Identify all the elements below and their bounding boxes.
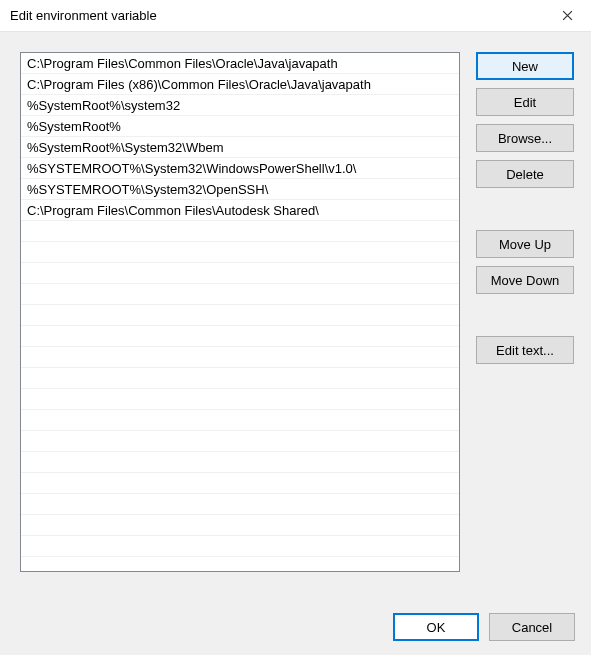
path-list-item[interactable] — [21, 284, 459, 305]
path-list-item[interactable] — [21, 326, 459, 347]
dialog-body: C:\Program Files\Common Files\Oracle\Jav… — [0, 32, 591, 655]
path-list-item[interactable]: %SYSTEMROOT%\System32\WindowsPowerShell\… — [21, 158, 459, 179]
path-list-item[interactable] — [21, 473, 459, 494]
cancel-button[interactable]: Cancel — [489, 613, 575, 641]
path-list-item[interactable]: C:\Program Files\Common Files\Autodesk S… — [21, 200, 459, 221]
dialog-title: Edit environment variable — [10, 8, 157, 23]
main-row: C:\Program Files\Common Files\Oracle\Jav… — [20, 52, 575, 595]
path-list-item[interactable] — [21, 410, 459, 431]
path-list-item[interactable] — [21, 242, 459, 263]
browse-button[interactable]: Browse... — [476, 124, 574, 152]
side-button-column: New Edit Browse... Delete Move Up Move D… — [476, 52, 574, 595]
path-list-item[interactable]: C:\Program Files\Common Files\Oracle\Jav… — [21, 53, 459, 74]
close-icon — [562, 10, 573, 21]
path-list-item[interactable] — [21, 494, 459, 515]
path-list-item[interactable]: %SystemRoot% — [21, 116, 459, 137]
path-list-item[interactable]: C:\Program Files (x86)\Common Files\Orac… — [21, 74, 459, 95]
path-list-item[interactable] — [21, 431, 459, 452]
path-list-item[interactable] — [21, 515, 459, 536]
dialog-footer: OK Cancel — [20, 595, 575, 641]
edit-text-button[interactable]: Edit text... — [476, 336, 574, 364]
ok-button[interactable]: OK — [393, 613, 479, 641]
move-up-button[interactable]: Move Up — [476, 230, 574, 258]
move-down-button[interactable]: Move Down — [476, 266, 574, 294]
path-list-item[interactable]: %SYSTEMROOT%\System32\OpenSSH\ — [21, 179, 459, 200]
path-list-item[interactable] — [21, 347, 459, 368]
path-list-item[interactable] — [21, 536, 459, 557]
path-list-item[interactable] — [21, 389, 459, 410]
path-listbox[interactable]: C:\Program Files\Common Files\Oracle\Jav… — [20, 52, 460, 572]
dialog-window: Edit environment variable C:\Program Fil… — [0, 0, 591, 655]
new-button[interactable]: New — [476, 52, 574, 80]
path-list-item[interactable]: %SystemRoot%\system32 — [21, 95, 459, 116]
close-button[interactable] — [547, 2, 587, 30]
edit-button[interactable]: Edit — [476, 88, 574, 116]
path-list-item[interactable]: %SystemRoot%\System32\Wbem — [21, 137, 459, 158]
path-list-item[interactable] — [21, 263, 459, 284]
titlebar: Edit environment variable — [0, 0, 591, 32]
path-list-item[interactable] — [21, 368, 459, 389]
delete-button[interactable]: Delete — [476, 160, 574, 188]
path-list-item[interactable] — [21, 452, 459, 473]
path-list-item[interactable] — [21, 305, 459, 326]
path-list-item[interactable] — [21, 221, 459, 242]
